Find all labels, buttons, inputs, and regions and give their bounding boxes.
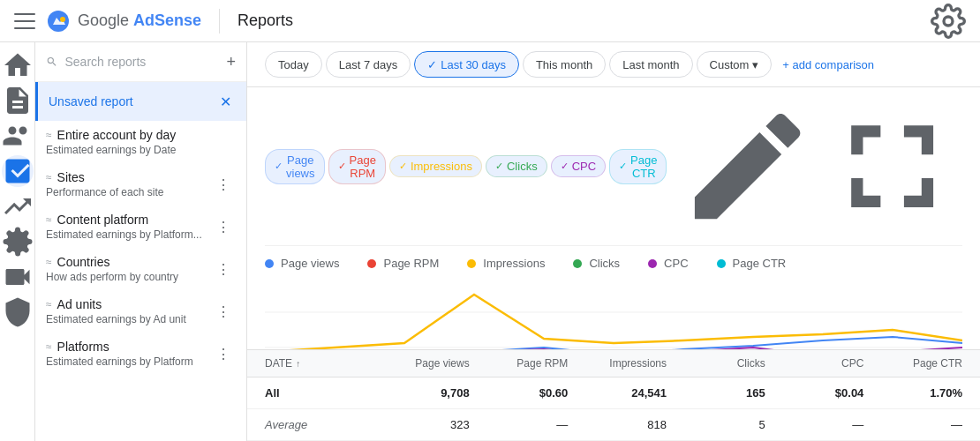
sidebar-item-content-2: ≈ Content platform Estimated earnings by… (46, 213, 211, 241)
header-pagectr[interactable]: Page CTR (863, 357, 962, 370)
nav-audience[interactable] (2, 120, 34, 152)
header-cpc[interactable]: CPC (765, 357, 864, 370)
sidebar-item-title-0: ≈ Entire account by day (46, 128, 236, 142)
metric-chip-page-rpm[interactable]: ✓ Page RPM (328, 149, 386, 184)
lastmonth-button[interactable]: Last month (609, 51, 692, 78)
add-comparison-button[interactable]: + add comparison (775, 51, 881, 78)
cell-impressions-1: 818 (568, 418, 667, 431)
page-title: Reports (237, 11, 293, 30)
nav-reports[interactable] (2, 155, 34, 187)
legend-dot-0 (265, 259, 274, 268)
logo-text: Google AdSense (78, 11, 201, 30)
legend-item-page-ctr: Page CTR (717, 257, 787, 270)
sidebar-item-more-2[interactable]: ⋮ (211, 214, 236, 239)
legend-item-page-rpm: Page RPM (367, 257, 439, 270)
nav-home[interactable] (2, 49, 34, 81)
main-content: Today Last 7 days ✓ Last 30 days This mo… (247, 42, 980, 441)
last30-button[interactable]: ✓ Last 30 days (414, 51, 519, 78)
search-icon (46, 49, 57, 74)
sidebar-item-subtitle-1: Performance of each site (46, 186, 211, 198)
table-body: All 9,708 $0.60 24,541 165 $0.04 1.70% A… (247, 377, 980, 441)
sidebar-item-subtitle-0: Estimated earnings by Date (46, 144, 236, 156)
header-clicks[interactable]: Clicks (667, 357, 765, 370)
svg-point-1 (60, 17, 65, 22)
header-pagerpm[interactable]: Page RPM (470, 357, 569, 370)
nav-pages[interactable] (2, 85, 34, 116)
line-chart: Jun 22 Jun 25 Jun 28 Jul 1 Jul 4 Jul 7 J… (265, 277, 962, 349)
sidebar-item-0[interactable]: ≈ Entire account by day Estimated earnin… (35, 121, 246, 163)
chart-area: ✓ Page views✓ Page RPM✓ Impressions✓ Cli… (247, 87, 980, 349)
sidebar-item-more-5[interactable]: ⋮ (211, 341, 236, 366)
nav-video[interactable] (2, 261, 34, 293)
hamburger-menu[interactable] (14, 11, 35, 32)
metric-chip-cpc[interactable]: ✓ CPC (551, 155, 606, 177)
sidebar-item-5[interactable]: ≈ Platforms Estimated earnings by Platfo… (35, 333, 246, 375)
sidebar-item-1[interactable]: ≈ Sites Performance of each site ⋮ (35, 163, 246, 206)
today-button[interactable]: Today (265, 51, 322, 78)
check-icon: ✓ (427, 58, 437, 71)
search-input[interactable] (64, 55, 219, 69)
sidebar-item-title-5: ≈ Platforms (46, 340, 211, 354)
last7-button[interactable]: Last 7 days (326, 51, 411, 78)
cell-clicks-0: 165 (667, 386, 765, 400)
cell-pagerpm-1: — (470, 418, 569, 431)
sidebar-item-content-5: ≈ Platforms Estimated earnings by Platfo… (46, 340, 211, 368)
divider (219, 9, 220, 34)
nav-icons (0, 42, 35, 441)
nav-analytics[interactable] (2, 191, 34, 222)
sidebar-item-2[interactable]: ≈ Content platform Estimated earnings by… (35, 206, 246, 248)
nav-admin[interactable] (2, 296, 34, 328)
search-bar: + (35, 42, 246, 82)
cell-pagerpm-0: $0.60 (470, 386, 569, 400)
header-date[interactable]: DATE ↑ (265, 357, 371, 370)
cell-cpc-1: — (765, 418, 864, 431)
svg-point-2 (944, 17, 953, 26)
metric-chip-clicks[interactable]: ✓ Clicks (486, 155, 547, 177)
legend-item-clicks: Clicks (573, 257, 620, 270)
add-report-button[interactable]: + (226, 49, 236, 74)
sidebar-item-title-3: ≈ Countries (46, 255, 211, 269)
cell-pagectr-0: 1.70% (863, 386, 962, 400)
sidebar-item-content-0: ≈ Entire account by day Estimated earnin… (46, 128, 236, 156)
metric-chip-page-views[interactable]: ✓ Page views (265, 149, 325, 184)
legend-dot-4 (648, 259, 657, 268)
unsaved-report-item[interactable]: Unsaved report ✕ (35, 82, 246, 121)
sidebar-item-title-2: ≈ Content platform (46, 213, 211, 227)
sidebar-item-subtitle-4: Estimated earnings by Ad unit (46, 313, 211, 325)
header-pageviews[interactable]: Page views (371, 357, 470, 370)
header-impressions[interactable]: Impressions (568, 357, 667, 370)
topbar: Google AdSense Reports (0, 0, 980, 42)
custom-button[interactable]: Custom ▾ (697, 51, 773, 78)
date-filter-bar: Today Last 7 days ✓ Last 30 days This mo… (247, 42, 980, 87)
sidebar-item-more-3[interactable]: ⋮ (211, 257, 236, 281)
logo: Google AdSense (46, 9, 201, 34)
sidebar-item-content-4: ≈ Ad units Estimated earnings by Ad unit (46, 297, 211, 325)
nav-settings[interactable] (2, 226, 34, 258)
sidebar-item-3[interactable]: ≈ Countries How ads perform by country ⋮ (35, 248, 246, 290)
table-header: DATE ↑ Page views Page RPM Impressions C… (247, 350, 980, 377)
metric-chip-impressions[interactable]: ✓ Impressions (389, 155, 482, 177)
legend-dot-3 (573, 259, 582, 268)
chart-wrapper: Jun 22 Jun 25 Jun 28 Jul 1 Jul 4 Jul 7 J… (265, 277, 962, 349)
sidebar-item-more-1[interactable]: ⋮ (211, 172, 236, 197)
cell-clicks-1: 5 (667, 418, 765, 431)
metric-chip-page-ctr[interactable]: ✓ Page CTR (609, 149, 667, 184)
sidebar-item-content-1: ≈ Sites Performance of each site (46, 170, 211, 198)
expand-chart-icon[interactable] (822, 96, 962, 236)
cell-date-0: All (265, 386, 371, 400)
sidebar-item-subtitle-2: Estimated earnings by Platform... (46, 228, 211, 241)
edit-metrics-icon[interactable] (677, 96, 818, 236)
settings-button[interactable] (931, 4, 966, 39)
cell-cpc-0: $0.04 (765, 386, 864, 400)
sidebar-item-more-4[interactable]: ⋮ (211, 299, 236, 324)
legend-dot-1 (367, 259, 376, 268)
close-unsaved-button[interactable]: ✕ (215, 91, 236, 112)
legend-item-impressions: Impressions (467, 257, 545, 270)
chevron-down-icon: ▾ (752, 58, 758, 71)
thismonth-button[interactable]: This month (523, 51, 606, 78)
legend-item-cpc: CPC (648, 257, 688, 270)
cell-date-1: Average (265, 418, 371, 431)
cell-pageviews-0: 9,708 (371, 386, 470, 400)
sidebar-item-4[interactable]: ≈ Ad units Estimated earnings by Ad unit… (35, 290, 246, 333)
sidebar-item-subtitle-5: Estimated earnings by Platform (46, 355, 211, 368)
